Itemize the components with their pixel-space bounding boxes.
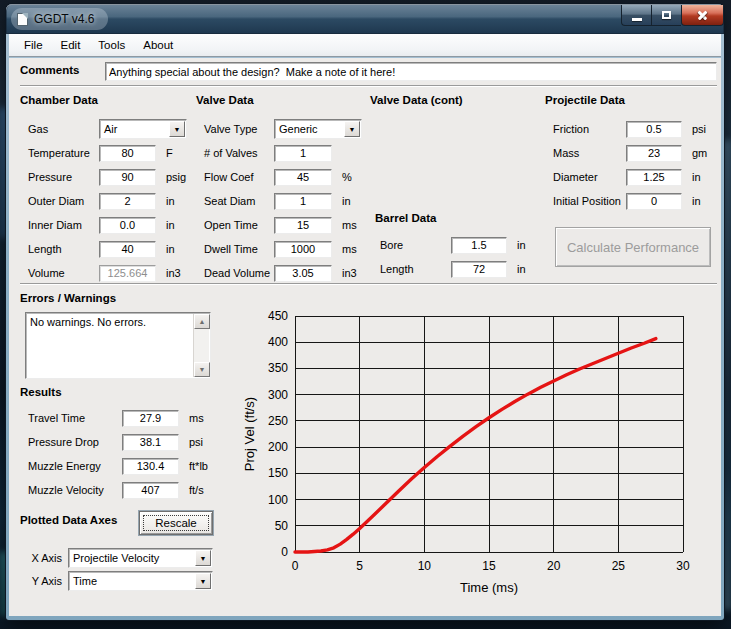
chamber-data-section: Gas Air ▼ Temperature 80 F Pressure 90 p… xyxy=(28,117,187,285)
field-value-input[interactable]: 15 xyxy=(274,217,332,234)
field-row: # of Valves 1 xyxy=(204,141,362,165)
field-row: Mass 23 gm xyxy=(553,141,707,165)
rescale-button[interactable]: Rescale xyxy=(139,511,213,535)
field-value-input[interactable]: 130.4 xyxy=(122,458,179,475)
svg-text:30: 30 xyxy=(676,559,690,573)
field-value-input[interactable]: 40 xyxy=(99,241,156,258)
field-label: Pressure Drop xyxy=(28,436,122,448)
scroll-down-icon[interactable]: ▼ xyxy=(194,362,210,377)
svg-text:0: 0 xyxy=(292,559,299,573)
menu-item[interactable]: About xyxy=(134,36,182,54)
field-unit: in xyxy=(166,195,175,207)
field-value-input[interactable]: 0 xyxy=(626,193,682,210)
svg-text:450: 450 xyxy=(268,309,288,323)
gas-select[interactable]: Air ▼ xyxy=(99,119,187,139)
field-label: Friction xyxy=(553,123,626,135)
field-value-input[interactable]: 1.5 xyxy=(451,237,507,254)
barrel-data-header: Barrel Data xyxy=(375,212,436,224)
field-unit: psi xyxy=(189,436,203,448)
field-row: Bore 1.5 in xyxy=(380,233,526,257)
field-row: Dwell Time 1000 ms xyxy=(204,237,362,261)
gas-label: Gas xyxy=(28,123,99,135)
field-row: Travel Time 27.9 ms xyxy=(28,406,208,430)
errors-warnings-header: Errors / Warnings xyxy=(20,292,116,304)
minimize-icon xyxy=(632,18,642,21)
svg-text:350: 350 xyxy=(268,361,288,375)
field-unit: ms xyxy=(342,219,357,231)
field-unit: psi xyxy=(692,123,706,135)
field-value-input[interactable]: 1 xyxy=(274,145,332,162)
chevron-down-icon[interactable]: ▼ xyxy=(195,550,211,566)
errors-warnings-text: No warnings. No errors. xyxy=(27,314,192,377)
barrel-data-section: Bore 1.5 in Length 72 in xyxy=(380,233,526,281)
comments-input[interactable] xyxy=(105,62,717,81)
errors-warnings-box[interactable]: No warnings. No errors. ▲ ▼ xyxy=(25,312,211,379)
field-value-input[interactable]: 90 xyxy=(99,169,156,186)
maximize-button[interactable] xyxy=(651,5,681,26)
field-unit: in xyxy=(692,195,701,207)
field-value-input[interactable]: 0.5 xyxy=(626,121,682,138)
svg-text:150: 150 xyxy=(268,466,288,480)
field-label: Inner Diam xyxy=(28,219,99,231)
svg-text:400: 400 xyxy=(268,335,288,349)
field-unit: in3 xyxy=(342,267,357,279)
field-row: Pressure Drop 38.1 psi xyxy=(28,430,208,454)
x-axis-select[interactable]: Projectile Velocity ▼ xyxy=(68,548,213,568)
valve-type-row: Valve Type Generic ▼ xyxy=(204,117,362,141)
gas-selected-value: Air xyxy=(104,123,117,135)
app-icon xyxy=(17,13,28,26)
field-unit: in xyxy=(342,195,351,207)
field-row: Muzzle Velocity 407 ft/s xyxy=(28,478,208,502)
chevron-down-icon[interactable]: ▼ xyxy=(169,121,185,137)
field-value-input[interactable]: 1000 xyxy=(274,241,332,258)
svg-text:20: 20 xyxy=(547,559,561,573)
svg-text:100: 100 xyxy=(268,493,288,507)
valve-type-select[interactable]: Generic ▼ xyxy=(274,119,362,139)
svg-text:10: 10 xyxy=(418,559,432,573)
maximize-icon xyxy=(662,11,671,19)
desktop-artifact xyxy=(723,140,731,610)
field-value-input[interactable]: 407 xyxy=(122,482,179,499)
window-controls xyxy=(621,5,724,26)
y-axis-label: Y Axis xyxy=(22,575,62,587)
svg-text:25: 25 xyxy=(612,559,626,573)
field-unit: gm xyxy=(692,147,707,159)
field-label: Dwell Time xyxy=(204,243,274,255)
x-axis-label: X Axis xyxy=(22,552,62,564)
field-row: Friction 0.5 psi xyxy=(553,117,707,141)
field-row: Outer Diam 2 in xyxy=(28,189,187,213)
field-row: Pressure 90 psig xyxy=(28,165,187,189)
chevron-down-icon[interactable]: ▼ xyxy=(344,121,360,137)
title-bar[interactable]: GGDT v4.6 xyxy=(6,4,724,34)
y-axis-selected-value: Time xyxy=(73,575,97,587)
svg-text:Proj Vel (ft/s): Proj Vel (ft/s) xyxy=(242,397,257,471)
field-unit: psig xyxy=(166,171,186,183)
svg-text:Time (ms): Time (ms) xyxy=(460,580,518,595)
close-button[interactable] xyxy=(681,5,724,26)
field-label: Pressure xyxy=(28,171,99,183)
menu-item[interactable]: Tools xyxy=(89,36,134,54)
menu-item[interactable]: File xyxy=(15,36,52,54)
field-value-input[interactable]: 80 xyxy=(99,145,156,162)
field-label: # of Valves xyxy=(204,147,274,159)
field-row: Diameter 1.25 in xyxy=(553,165,707,189)
minimize-button[interactable] xyxy=(621,5,651,26)
performance-chart: 050100150200250300350400450051015202530T… xyxy=(240,302,700,602)
y-axis-select[interactable]: Time ▼ xyxy=(68,571,213,591)
field-value-input[interactable]: 1 xyxy=(274,193,332,210)
field-value-input[interactable]: 45 xyxy=(274,169,332,186)
field-value-input[interactable]: 27.9 xyxy=(122,410,179,427)
chevron-down-icon[interactable]: ▼ xyxy=(195,573,211,589)
scroll-up-icon[interactable]: ▲ xyxy=(194,314,210,329)
menu-item[interactable]: Edit xyxy=(52,36,90,54)
field-value-input[interactable]: 2 xyxy=(99,193,156,210)
field-value-input[interactable]: 72 xyxy=(451,261,507,278)
field-row: Inner Diam 0.0 in xyxy=(28,213,187,237)
field-value-input[interactable]: 0.0 xyxy=(99,217,156,234)
field-value-input[interactable]: 3.05 xyxy=(274,265,332,282)
field-value-input[interactable]: 38.1 xyxy=(122,434,179,451)
errors-scrollbar[interactable]: ▲ ▼ xyxy=(193,314,209,377)
field-value-input[interactable]: 1.25 xyxy=(626,169,682,186)
field-unit: in3 xyxy=(166,267,181,279)
field-value-input[interactable]: 23 xyxy=(626,145,682,162)
